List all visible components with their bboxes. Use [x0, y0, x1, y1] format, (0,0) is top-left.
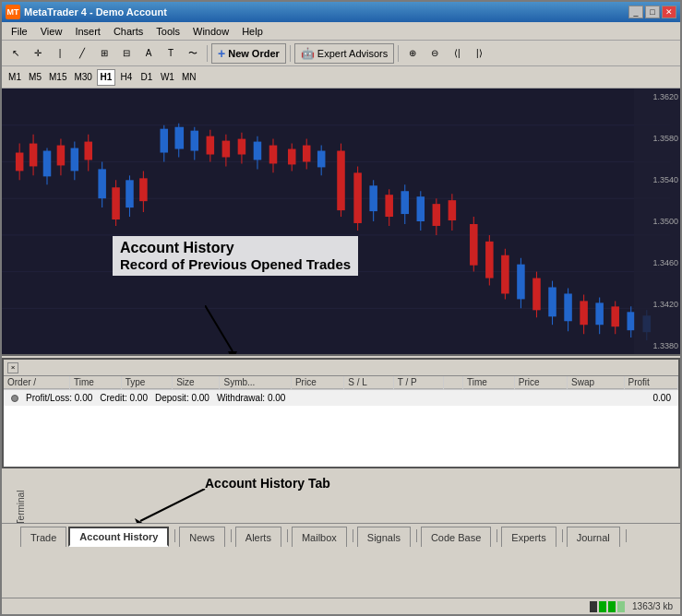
- svg-rect-50: [337, 151, 345, 211]
- zoom-in-button[interactable]: ⊕: [402, 43, 423, 64]
- svg-rect-0: [2, 89, 680, 354]
- text-cursor-tool[interactable]: T: [161, 43, 181, 64]
- menu-file[interactable]: File: [6, 24, 33, 39]
- tab-account-history[interactable]: Account History: [68, 527, 169, 547]
- menu-bar: File View Insert Charts Tools Window Hel…: [2, 22, 680, 41]
- wave-tool[interactable]: 〜: [183, 43, 203, 64]
- tab-mailbox[interactable]: Mailbox: [292, 527, 347, 547]
- main-window: MT MetaTrader 4 - Demo Account _ □ ✕ Fil…: [0, 0, 682, 616]
- profit-loss-label: Profit/Loss: 0.00: [26, 393, 92, 403]
- menu-view[interactable]: View: [35, 24, 68, 39]
- col-profit: Profit: [624, 376, 677, 389]
- new-order-icon: +: [218, 46, 225, 61]
- tab-separator-4: [353, 529, 353, 542]
- tab-alerts[interactable]: Alerts: [235, 527, 281, 547]
- tab-news[interactable]: News: [179, 527, 225, 547]
- separator-2: [290, 45, 291, 62]
- timeframe-h4[interactable]: H4: [117, 69, 136, 86]
- tab-experts[interactable]: Experts: [501, 527, 556, 547]
- tab-signals[interactable]: Signals: [357, 527, 411, 547]
- tab-separator-3: [287, 529, 288, 542]
- expert-advisors-button[interactable]: 🤖 Expert Advisors: [294, 43, 394, 64]
- price-label-4: 1.3500: [636, 217, 678, 226]
- toolbar-timeframes: M1 M5 M15 M30 H1 H4 D1 W1 MN: [2, 66, 680, 89]
- tab-separator-6: [497, 529, 497, 542]
- timeframe-m1[interactable]: M1: [6, 69, 24, 86]
- candlestick-chart: [2, 89, 680, 354]
- timeframe-m15[interactable]: M15: [46, 69, 69, 86]
- tab-separator-7: [562, 529, 563, 542]
- table-header: Order / Time Type Size Symb... Price S /…: [4, 376, 678, 389]
- tab-bar: Trade Account History News Alerts Mailbo…: [2, 523, 680, 547]
- table-header-row: Order / Time Type Size Symb... Price S /…: [4, 376, 678, 389]
- terminal-panel: × Order / Time Type Size Symb... Price S…: [2, 358, 680, 468]
- svg-rect-32: [191, 131, 199, 151]
- separator-1: [207, 45, 208, 62]
- tab-trade[interactable]: Trade: [20, 527, 66, 547]
- minimize-button[interactable]: _: [628, 6, 643, 18]
- timeframe-m30[interactable]: M30: [71, 69, 94, 86]
- scroll-left-button[interactable]: ⟨|: [447, 43, 467, 64]
- timeframe-m5[interactable]: M5: [26, 69, 44, 86]
- svg-rect-76: [548, 288, 556, 317]
- svg-rect-52: [353, 172, 362, 223]
- svg-rect-84: [611, 306, 619, 326]
- text-tool[interactable]: A: [138, 43, 159, 64]
- new-order-button[interactable]: + New Order: [211, 43, 286, 64]
- terminal-close-button[interactable]: ×: [7, 362, 18, 373]
- tab-journal[interactable]: Journal: [567, 527, 620, 547]
- svg-rect-68: [485, 242, 494, 278]
- line-tool[interactable]: |: [50, 43, 70, 64]
- diagonal-tool[interactable]: ╱: [72, 43, 92, 64]
- svg-rect-18: [84, 142, 92, 160]
- tab-separator-2: [231, 529, 232, 542]
- menu-charts[interactable]: Charts: [108, 24, 149, 39]
- separator-3: [398, 45, 399, 62]
- bottom-annotation-arrow: [122, 489, 214, 526]
- bar4: [617, 601, 625, 612]
- menu-help[interactable]: Help: [236, 24, 269, 39]
- scroll-right-button[interactable]: |⟩: [469, 43, 489, 64]
- maximize-button[interactable]: □: [645, 6, 660, 18]
- svg-rect-30: [174, 127, 184, 149]
- menu-insert[interactable]: Insert: [69, 24, 106, 39]
- price-label-1: 1.3620: [636, 92, 678, 101]
- svg-rect-20: [98, 169, 106, 198]
- svg-rect-36: [222, 141, 231, 158]
- svg-rect-80: [580, 301, 588, 325]
- title-bar: MT MetaTrader 4 - Demo Account _ □ ✕: [2, 2, 680, 22]
- svg-rect-28: [161, 129, 169, 153]
- pnl-value: 0.00: [653, 393, 671, 403]
- grid-tool[interactable]: ⊟: [116, 43, 137, 64]
- svg-rect-70: [501, 255, 509, 294]
- tab-separator-8: [626, 529, 627, 542]
- toolbar-main: ↖ ✛ | ╱ ⊞ ⊟ A T 〜 + New Order 🤖 Expert A…: [2, 41, 680, 66]
- chart-area[interactable]: Account History Record of Previous Opene…: [2, 89, 680, 356]
- col-sl: S / L: [344, 376, 393, 389]
- zoom-out-button[interactable]: ⊖: [425, 43, 445, 64]
- svg-rect-48: [317, 151, 326, 168]
- crosshair-tool[interactable]: ✛: [28, 43, 48, 64]
- arrow-tool[interactable]: ↖: [6, 43, 26, 64]
- menu-tools[interactable]: Tools: [150, 24, 185, 39]
- period-tool[interactable]: ⊞: [94, 43, 114, 64]
- svg-rect-8: [16, 153, 24, 172]
- menu-window[interactable]: Window: [187, 24, 234, 39]
- svg-line-91: [140, 489, 205, 521]
- price-label-2: 1.3580: [636, 134, 678, 143]
- timeframe-mn[interactable]: MN: [179, 69, 199, 86]
- close-button[interactable]: ✕: [662, 6, 676, 18]
- tab-codebase[interactable]: Code Base: [421, 527, 491, 547]
- price-label-5: 1.3460: [636, 258, 678, 267]
- svg-rect-82: [595, 302, 604, 325]
- status-bar: 1363/3 kb: [2, 598, 680, 614]
- timeframe-h1[interactable]: H1: [97, 69, 115, 86]
- price-label-6: 1.3420: [636, 300, 678, 309]
- svg-rect-40: [254, 142, 262, 160]
- svg-rect-24: [126, 180, 134, 207]
- timeframe-w1[interactable]: W1: [158, 69, 177, 86]
- withdrawal-label: Withdrawal: 0.00: [217, 393, 285, 403]
- timeframe-d1[interactable]: D1: [138, 69, 156, 86]
- col-size: Size: [173, 376, 220, 389]
- price-label-7: 1.3380: [636, 341, 678, 350]
